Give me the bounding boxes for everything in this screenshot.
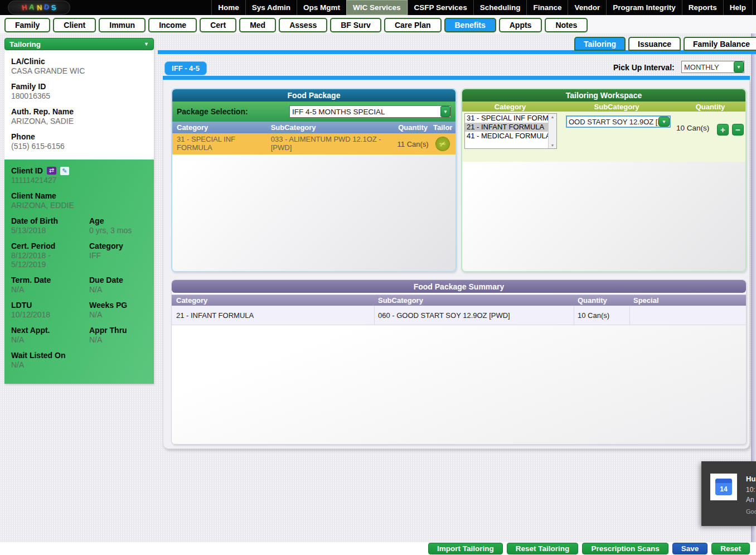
info-field: Family ID 180016365 <box>11 82 154 100</box>
client-field: Weeks PG N/A <box>89 301 154 319</box>
nav-finance[interactable]: Finance <box>526 0 568 15</box>
tab-appts[interactable]: Appts <box>499 18 542 32</box>
reset-tailoring-button[interactable]: Reset Tailoring <box>507 543 579 554</box>
field-label: Next Appt. <box>11 326 89 335</box>
row-subcategory: 060 - GOOD START SOY 12.9OZ [PWD] <box>375 306 574 325</box>
column-header: SubCategory <box>558 103 675 111</box>
tab-benefits[interactable]: Benefits <box>444 18 496 32</box>
tab-income[interactable]: Income <box>148 18 197 32</box>
column-header: SubCategory <box>375 296 574 305</box>
column-header: Quantity <box>574 296 630 305</box>
column-header: SubCategory <box>269 123 396 132</box>
listbox-scrollbar[interactable]: ▲ ▼ <box>548 114 556 148</box>
chevron-down-icon[interactable]: ▼ <box>440 106 450 117</box>
field-value: N/A <box>11 360 89 369</box>
quantity-decrease-button[interactable]: − <box>732 124 744 136</box>
summary-row: 21 - INFANT FORMULA 060 - GOOD START SOY… <box>172 306 746 325</box>
field-label: Category <box>89 242 154 250</box>
swap-client-icon[interactable]: ⇄ <box>47 167 56 175</box>
sidebar-section-dropdown[interactable]: Tailoring ▼ <box>4 38 154 50</box>
logo-letter: H <box>21 3 27 12</box>
tailor-scissors-button[interactable]: ✂ <box>434 134 452 153</box>
benefit-subtabs: Tailoring Issuance Family Balance <box>574 37 756 51</box>
subtab-tailoring[interactable]: Tailoring <box>574 37 626 51</box>
nav-help[interactable]: Help <box>723 0 753 15</box>
tab-family[interactable]: Family <box>4 18 50 32</box>
nav-vendor[interactable]: Vendor <box>568 0 606 15</box>
info-field: Auth. Rep. Name ARIZONA, SADIE <box>11 107 154 126</box>
category-option[interactable]: 31 - SPECIAL INF FORMU <box>465 114 556 123</box>
nav-csfp-services[interactable]: CSFP Services <box>408 0 473 15</box>
nav-reports[interactable]: Reports <box>682 0 723 15</box>
info-field: Phone (515) 615-6156 <box>11 132 154 151</box>
logo-letter: A <box>29 3 35 12</box>
notification-time: 10: <box>746 486 755 494</box>
sidebar-section-label: Tailoring <box>9 40 41 49</box>
client-id-block: Client ID ⇄ ✎ 11111421427 <box>11 166 154 185</box>
tab-notes[interactable]: Notes <box>545 18 588 32</box>
scroll-down-icon[interactable]: ▼ <box>551 143 555 147</box>
nav-home[interactable]: Home <box>211 0 245 15</box>
field-label: Wait Listed On <box>11 351 89 360</box>
field-value: IFF <box>89 251 154 260</box>
subtab-family-balance[interactable]: Family Balance <box>684 37 756 51</box>
chevron-down-icon[interactable]: ▼ <box>734 61 744 73</box>
nav-wic-services[interactable]: WIC Services <box>346 0 408 15</box>
calendar-notification-toast[interactable]: 14 Hu 10: An Goo <box>701 461 756 526</box>
field-label: Age <box>89 216 154 225</box>
logo-letter: D <box>43 2 50 11</box>
client-field: Due Date N/A <box>89 276 154 294</box>
tailoring-workspace-panel: Tailoring Workspace Category SubCategory… <box>461 88 747 272</box>
field-label: Cert. Period <box>11 242 89 250</box>
subcategory-combo-input[interactable]: OOD START SOY 12.9OZ [P ▼ <box>566 115 671 128</box>
field-value: 180016365 <box>11 91 154 100</box>
food-package-period-tab[interactable]: IFF - 4-5 <box>164 61 207 75</box>
nav-scheduling[interactable]: Scheduling <box>473 0 527 15</box>
pickup-interval-select[interactable]: MONTHLY ▼ <box>681 61 744 73</box>
food-package-row[interactable]: 31 - SPECIAL INF FORMULA 033 - ALIMENTUM… <box>172 133 455 155</box>
nav-ops-mgmt[interactable]: Ops Mgmt <box>297 0 346 15</box>
reset-button[interactable]: Reset <box>711 543 750 554</box>
category-listbox[interactable]: 31 - SPECIAL INF FORMU 21 - INFANT FORMU… <box>464 113 557 149</box>
tab-client[interactable]: Client <box>53 18 96 32</box>
nav-sys-admin[interactable]: Sys Admin <box>245 0 297 15</box>
client-field: Cert. Period 8/12/2018 - 5/12/2019 <box>11 242 89 269</box>
subtab-issuance[interactable]: Issuance <box>628 37 681 51</box>
tab-assess[interactable]: Assess <box>279 18 327 32</box>
tab-bf-surv[interactable]: BF Surv <box>330 18 381 32</box>
category-option-selected[interactable]: 21 - INFANT FORMULA <box>465 123 556 132</box>
field-label: LDTU <box>11 301 89 310</box>
field-label: Date of Birth <box>11 216 89 225</box>
tab-med[interactable]: Med <box>239 18 276 32</box>
chevron-down-icon[interactable]: ▼ <box>658 117 670 127</box>
nav-program-integrity[interactable]: Program Integrity <box>606 0 682 15</box>
category-option[interactable]: 41 - MEDICAL FORMULA <box>465 132 556 141</box>
summary-title: Food Package Summary <box>172 280 746 293</box>
row-special <box>630 306 745 325</box>
tab-cert[interactable]: Cert <box>200 18 236 32</box>
tailoring-workspace-title: Tailoring Workspace <box>462 89 745 102</box>
field-value: N/A <box>89 310 154 319</box>
client-field: Appr Thru N/A <box>89 326 154 344</box>
calendar-icon: 14 <box>710 474 737 500</box>
package-selection-label: Package Selection: <box>177 107 248 116</box>
column-header: Quantity <box>396 123 430 132</box>
package-selection-value: IFF 4-5 MONTHS SPECIAL <box>290 108 440 116</box>
column-header: Quantity <box>675 103 745 111</box>
prescription-scans-button[interactable]: Prescription Scans <box>582 543 668 554</box>
row-tailor-cell: ✂ <box>430 133 455 155</box>
tailoring-content-frame: Food Package Package Selection: IFF 4-5 … <box>163 80 750 449</box>
package-selection-select[interactable]: IFF 4-5 MONTHS SPECIAL ▼ <box>289 105 451 118</box>
client-detail-grid: Date of Birth 5/13/2018 Age 0 yrs, 3 mos… <box>11 216 154 376</box>
info-field: LA/Clinic CASA GRANDE WIC <box>11 57 154 75</box>
tab-care-plan[interactable]: Care Plan <box>384 18 442 32</box>
scroll-up-icon[interactable]: ▲ <box>551 115 555 119</box>
tab-immun[interactable]: Immun <box>99 18 146 32</box>
save-button[interactable]: Save <box>672 543 708 554</box>
quantity-increase-button[interactable]: + <box>717 124 729 136</box>
field-value: (515) 615-6156 <box>11 142 154 151</box>
chevron-down-icon: ▼ <box>144 41 149 47</box>
client-id-value: 11111421427 <box>11 176 154 185</box>
import-tailoring-button[interactable]: Import Tailoring <box>428 543 503 554</box>
edit-icon[interactable]: ✎ <box>60 167 69 175</box>
